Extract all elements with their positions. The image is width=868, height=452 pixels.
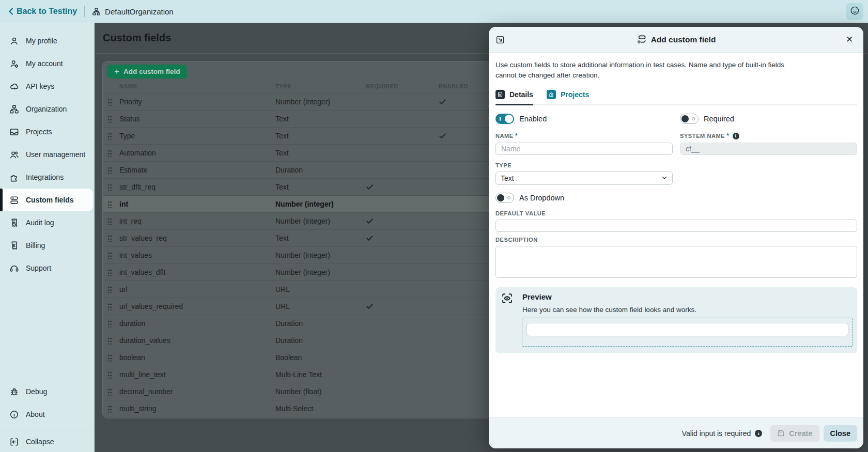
sidebar-item-about[interactable]: About: [0, 403, 94, 426]
feedback-smiley-button[interactable]: [846, 3, 863, 20]
drag-handle-icon[interactable]: [107, 286, 112, 293]
sidebar-collapse-button[interactable]: Collapse: [0, 431, 94, 452]
sidebar-item-audit-log[interactable]: Audit log: [0, 211, 94, 234]
chevron-down-icon: [661, 174, 668, 182]
expand-drawer-icon[interactable]: [495, 35, 505, 44]
type-select[interactable]: Text: [495, 172, 673, 185]
settings-sidebar: My profileMy accountAPI keysOrganization…: [0, 23, 95, 452]
drag-handle-icon[interactable]: [107, 320, 112, 328]
enabled-label: Enabled: [519, 115, 547, 123]
drag-handle-icon[interactable]: [107, 98, 112, 106]
drag-handle-icon[interactable]: [107, 269, 112, 276]
row-type: URL: [275, 302, 290, 310]
row-type: Number (integer): [275, 200, 334, 208]
row-name: multi_line_text: [119, 370, 166, 379]
row-type: Text: [275, 115, 289, 123]
tray-icon: [9, 127, 19, 137]
row-name: int_values: [119, 251, 152, 259]
drag-handle-icon[interactable]: [107, 354, 112, 362]
validation-info-icon[interactable]: i: [755, 430, 762, 437]
sidebar-item-my-profile[interactable]: My profile: [0, 29, 94, 52]
receipt-euro-icon: [9, 241, 19, 251]
sidebar-item-integrations[interactable]: Integrations: [0, 166, 94, 189]
as-dropdown-toggle[interactable]: [495, 193, 514, 203]
user-icon: [9, 36, 19, 46]
description-field-block: DESCRIPTION: [495, 237, 857, 280]
sidebar-item-my-account[interactable]: My account: [0, 52, 94, 75]
sidebar-item-projects[interactable]: Projects: [0, 120, 94, 143]
row-type: Boolean: [275, 353, 302, 362]
row-name: int_req: [119, 217, 142, 225]
required-toggle[interactable]: [680, 114, 699, 124]
as-dropdown-toggle-row: As Dropdown: [495, 192, 673, 204]
row-name: url: [119, 285, 128, 293]
sidebar-item-debug[interactable]: 0Debug: [0, 380, 94, 403]
drawer-tabs: Details Projects: [495, 90, 857, 105]
row-name: int_values_dflt: [119, 268, 166, 276]
drag-handle-icon[interactable]: [107, 337, 112, 345]
users-icon: [9, 150, 19, 160]
drawer-body: Use custom fields to store additional in…: [489, 53, 863, 417]
close-icon[interactable]: ✕: [843, 33, 856, 46]
drag-handle-icon[interactable]: [107, 115, 112, 123]
preview-field-input[interactable]: [526, 323, 848, 336]
drawer-title: Add custom field: [651, 35, 716, 44]
back-link-label: Back to Testiny: [17, 7, 77, 16]
add-custom-field-button[interactable]: + Add custom field: [107, 65, 187, 79]
tab-details[interactable]: Details: [495, 90, 533, 104]
tab-projects[interactable]: Projects: [547, 90, 589, 104]
drag-handle-icon[interactable]: [107, 303, 112, 310]
page-title: Custom fields: [103, 32, 171, 44]
row-name: Priority: [119, 98, 142, 106]
enabled-toggle-row: Enabled: [495, 113, 673, 124]
drag-handle-icon[interactable]: [107, 217, 112, 225]
headset-icon: [9, 263, 19, 273]
row-name: url_values_required: [119, 302, 183, 310]
column-header-name: NAME: [119, 83, 137, 89]
organization-switcher[interactable]: DefaultOrganization: [92, 7, 174, 16]
back-to-testiny-link[interactable]: Back to Testiny: [8, 7, 77, 16]
sidebar-item-label: API keys: [26, 82, 54, 90]
chevron-left-icon: [8, 8, 13, 15]
sidebar-item-label: User management: [26, 150, 85, 159]
type-field-label: TYPE: [495, 162, 673, 168]
column-header-type: TYPE: [275, 83, 291, 89]
description-textarea[interactable]: [495, 246, 857, 278]
drag-handle-icon[interactable]: [107, 166, 112, 174]
enabled-checkmark-icon: [439, 98, 446, 106]
drag-handle-icon[interactable]: [107, 371, 112, 379]
sidebar-item-organization[interactable]: Organization: [0, 98, 94, 120]
collapse-label: Collapse: [26, 438, 54, 446]
close-drawer-button[interactable]: Close: [824, 425, 858, 442]
sidebar-item-user-management[interactable]: User management: [0, 143, 94, 166]
column-header-enabled: ENABLED: [439, 83, 468, 89]
row-name: boolean: [119, 353, 145, 362]
default-value-input[interactable]: [495, 220, 857, 232]
drag-handle-icon[interactable]: [107, 388, 112, 396]
drag-handle-icon[interactable]: [107, 149, 112, 157]
required-asterisk: *: [515, 132, 518, 139]
type-select-value: Text: [501, 174, 514, 182]
enabled-checkmark-icon: [439, 132, 446, 140]
drawer-header: Add custom field ✕: [489, 27, 863, 53]
enabled-toggle[interactable]: [495, 114, 514, 124]
drag-handle-icon[interactable]: [107, 252, 112, 259]
drag-handle-icon[interactable]: [107, 405, 112, 413]
svg-text:0: 0: [13, 391, 15, 394]
row-name: Status: [119, 115, 140, 123]
drag-handle-icon[interactable]: [107, 183, 112, 191]
create-button[interactable]: Create: [770, 425, 819, 442]
drag-handle-icon[interactable]: [107, 200, 112, 208]
validation-message: Valid input is required i: [682, 429, 763, 438]
sidebar-item-custom-fields[interactable]: Custom fields: [0, 189, 93, 211]
system-name-info-icon[interactable]: i: [733, 133, 739, 139]
sidebar-item-billing[interactable]: Billing: [0, 234, 94, 257]
drag-handle-icon[interactable]: [107, 235, 112, 242]
drag-handle-icon[interactable]: [107, 132, 112, 140]
row-name: multi_string: [119, 404, 157, 413]
sidebar-item-api-keys[interactable]: API keys: [0, 75, 94, 98]
name-input[interactable]: [495, 143, 673, 155]
sidebar-item-support[interactable]: Support: [0, 257, 94, 279]
row-type: Number (integer): [275, 251, 330, 259]
sidebar-item-label: About: [26, 410, 45, 418]
